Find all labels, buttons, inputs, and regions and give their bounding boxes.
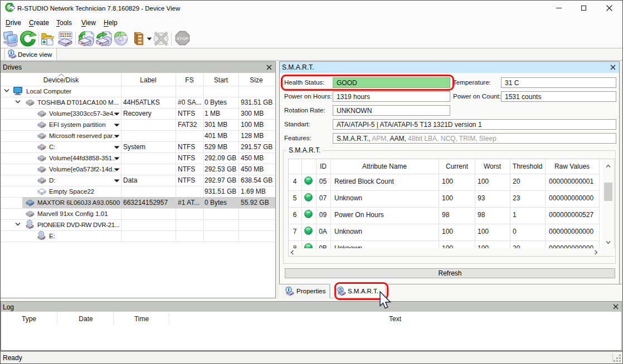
svg-text:STOP: STOP	[176, 36, 189, 41]
